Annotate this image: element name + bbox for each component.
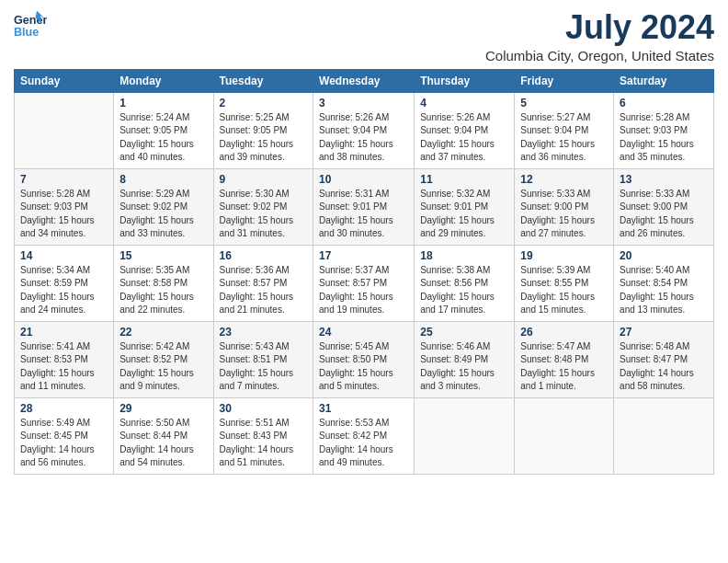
calendar-cell: 5Sunrise: 5:27 AM Sunset: 9:04 PM Daylig…	[515, 92, 614, 168]
calendar-cell: 11Sunrise: 5:32 AM Sunset: 9:01 PM Dayli…	[415, 168, 515, 245]
calendar-cell: 26Sunrise: 5:47 AM Sunset: 8:48 PM Dayli…	[515, 321, 614, 397]
day-number: 22	[119, 326, 207, 339]
calendar-cell: 22Sunrise: 5:42 AM Sunset: 8:52 PM Dayli…	[114, 321, 213, 397]
calendar-cell: 9Sunrise: 5:30 AM Sunset: 9:02 PM Daylig…	[213, 168, 313, 245]
day-number: 16	[220, 249, 308, 262]
day-number: 12	[520, 173, 608, 186]
calendar-cell: 24Sunrise: 5:45 AM Sunset: 8:50 PM Dayli…	[313, 321, 415, 397]
calendar-cell: 31Sunrise: 5:53 AM Sunset: 8:42 PM Dayli…	[313, 397, 415, 474]
day-info: Sunrise: 5:37 AM Sunset: 8:57 PM Dayligh…	[319, 264, 408, 317]
calendar-cell: 25Sunrise: 5:46 AM Sunset: 8:49 PM Dayli…	[415, 321, 515, 397]
day-number: 3	[319, 97, 408, 109]
day-info: Sunrise: 5:27 AM Sunset: 9:04 PM Dayligh…	[520, 111, 608, 165]
day-number: 28	[20, 402, 108, 415]
day-number: 1	[119, 97, 207, 109]
calendar-cell: 2Sunrise: 5:25 AM Sunset: 9:05 PM Daylig…	[213, 92, 313, 168]
day-number: 2	[220, 97, 308, 109]
calendar-week-4: 21Sunrise: 5:41 AM Sunset: 8:53 PM Dayli…	[15, 321, 714, 397]
svg-text:Blue: Blue	[14, 26, 39, 39]
day-info: Sunrise: 5:41 AM Sunset: 8:53 PM Dayligh…	[20, 340, 108, 394]
day-number: 6	[620, 97, 708, 109]
day-number: 20	[620, 249, 708, 262]
calendar-cell: 8Sunrise: 5:29 AM Sunset: 9:02 PM Daylig…	[114, 168, 213, 245]
day-number: 8	[119, 173, 207, 186]
calendar-cell: 14Sunrise: 5:34 AM Sunset: 8:59 PM Dayli…	[15, 245, 114, 321]
day-info: Sunrise: 5:25 AM Sunset: 9:05 PM Dayligh…	[220, 111, 308, 165]
calendar-cell: 1Sunrise: 5:24 AM Sunset: 9:05 PM Daylig…	[114, 92, 213, 168]
day-number: 17	[319, 249, 408, 262]
header-row: Sunday Monday Tuesday Wednesday Thursday…	[15, 69, 714, 92]
day-info: Sunrise: 5:26 AM Sunset: 9:04 PM Dayligh…	[420, 111, 508, 165]
day-info: Sunrise: 5:50 AM Sunset: 8:44 PM Dayligh…	[119, 417, 207, 470]
day-number: 29	[119, 402, 207, 415]
day-info: Sunrise: 5:49 AM Sunset: 8:45 PM Dayligh…	[20, 417, 108, 470]
day-info: Sunrise: 5:24 AM Sunset: 9:05 PM Dayligh…	[119, 111, 207, 165]
calendar-cell: 30Sunrise: 5:51 AM Sunset: 8:43 PM Dayli…	[213, 397, 313, 474]
header: General Blue July 2024 Columbia City, Or…	[14, 9, 714, 63]
calendar-table: Sunday Monday Tuesday Wednesday Thursday…	[14, 69, 714, 475]
day-number: 26	[520, 326, 608, 339]
calendar-cell: 27Sunrise: 5:48 AM Sunset: 8:47 PM Dayli…	[614, 321, 714, 397]
calendar-cell: 13Sunrise: 5:33 AM Sunset: 9:00 PM Dayli…	[614, 168, 714, 245]
calendar-cell: 16Sunrise: 5:36 AM Sunset: 8:57 PM Dayli…	[213, 245, 313, 321]
day-info: Sunrise: 5:35 AM Sunset: 8:58 PM Dayligh…	[119, 264, 207, 317]
day-info: Sunrise: 5:47 AM Sunset: 8:48 PM Dayligh…	[520, 340, 608, 394]
day-number: 27	[620, 326, 708, 339]
calendar-cell: 15Sunrise: 5:35 AM Sunset: 8:58 PM Dayli…	[114, 245, 213, 321]
calendar-cell: 19Sunrise: 5:39 AM Sunset: 8:55 PM Dayli…	[515, 245, 614, 321]
calendar-week-2: 7Sunrise: 5:28 AM Sunset: 9:03 PM Daylig…	[15, 168, 714, 245]
day-info: Sunrise: 5:36 AM Sunset: 8:57 PM Dayligh…	[220, 264, 308, 317]
col-tuesday: Tuesday	[213, 69, 313, 92]
day-info: Sunrise: 5:45 AM Sunset: 8:50 PM Dayligh…	[319, 340, 408, 394]
day-info: Sunrise: 5:30 AM Sunset: 9:02 PM Dayligh…	[220, 188, 308, 241]
calendar-cell: 29Sunrise: 5:50 AM Sunset: 8:44 PM Dayli…	[114, 397, 213, 474]
calendar-week-1: 1Sunrise: 5:24 AM Sunset: 9:05 PM Daylig…	[15, 92, 714, 168]
calendar-cell	[415, 397, 515, 474]
day-number: 11	[420, 173, 508, 186]
day-info: Sunrise: 5:28 AM Sunset: 9:03 PM Dayligh…	[20, 188, 108, 241]
day-number: 14	[20, 249, 108, 262]
day-number: 4	[420, 97, 508, 109]
col-sunday: Sunday	[15, 69, 114, 92]
calendar-cell: 4Sunrise: 5:26 AM Sunset: 9:04 PM Daylig…	[415, 92, 515, 168]
calendar-cell: 20Sunrise: 5:40 AM Sunset: 8:54 PM Dayli…	[614, 245, 714, 321]
col-thursday: Thursday	[415, 69, 515, 92]
calendar-cell: 28Sunrise: 5:49 AM Sunset: 8:45 PM Dayli…	[15, 397, 114, 474]
day-number: 21	[20, 326, 108, 339]
day-info: Sunrise: 5:32 AM Sunset: 9:01 PM Dayligh…	[420, 188, 508, 241]
subtitle: Columbia City, Oregon, United States	[485, 48, 714, 63]
col-monday: Monday	[114, 69, 213, 92]
col-wednesday: Wednesday	[313, 69, 415, 92]
day-info: Sunrise: 5:40 AM Sunset: 8:54 PM Dayligh…	[620, 264, 708, 317]
calendar-cell: 3Sunrise: 5:26 AM Sunset: 9:04 PM Daylig…	[313, 92, 415, 168]
calendar-cell: 17Sunrise: 5:37 AM Sunset: 8:57 PM Dayli…	[313, 245, 415, 321]
col-friday: Friday	[515, 69, 614, 92]
calendar-week-3: 14Sunrise: 5:34 AM Sunset: 8:59 PM Dayli…	[15, 245, 714, 321]
day-number: 31	[319, 402, 408, 415]
day-info: Sunrise: 5:42 AM Sunset: 8:52 PM Dayligh…	[119, 340, 207, 394]
day-number: 18	[420, 249, 508, 262]
day-number: 15	[119, 249, 207, 262]
day-info: Sunrise: 5:51 AM Sunset: 8:43 PM Dayligh…	[220, 417, 308, 470]
day-info: Sunrise: 5:39 AM Sunset: 8:55 PM Dayligh…	[520, 264, 608, 317]
calendar-cell: 10Sunrise: 5:31 AM Sunset: 9:01 PM Dayli…	[313, 168, 415, 245]
day-info: Sunrise: 5:26 AM Sunset: 9:04 PM Dayligh…	[319, 111, 408, 165]
calendar-cell: 6Sunrise: 5:28 AM Sunset: 9:03 PM Daylig…	[614, 92, 714, 168]
calendar-cell: 18Sunrise: 5:38 AM Sunset: 8:56 PM Dayli…	[415, 245, 515, 321]
day-info: Sunrise: 5:38 AM Sunset: 8:56 PM Dayligh…	[420, 264, 508, 317]
logo-icon: General Blue	[14, 9, 47, 42]
day-info: Sunrise: 5:33 AM Sunset: 9:00 PM Dayligh…	[620, 188, 708, 241]
day-info: Sunrise: 5:28 AM Sunset: 9:03 PM Dayligh…	[620, 111, 708, 165]
day-number: 23	[220, 326, 308, 339]
title-area: July 2024 Columbia City, Oregon, United …	[485, 9, 714, 63]
calendar-cell	[614, 397, 714, 474]
day-number: 30	[220, 402, 308, 415]
calendar-cell: 12Sunrise: 5:33 AM Sunset: 9:00 PM Dayli…	[515, 168, 614, 245]
day-number: 5	[520, 97, 608, 109]
calendar-cell: 7Sunrise: 5:28 AM Sunset: 9:03 PM Daylig…	[15, 168, 114, 245]
day-number: 25	[420, 326, 508, 339]
day-info: Sunrise: 5:31 AM Sunset: 9:01 PM Dayligh…	[319, 188, 408, 241]
calendar-cell: 21Sunrise: 5:41 AM Sunset: 8:53 PM Dayli…	[15, 321, 114, 397]
day-info: Sunrise: 5:46 AM Sunset: 8:49 PM Dayligh…	[420, 340, 508, 394]
calendar-cell	[515, 397, 614, 474]
